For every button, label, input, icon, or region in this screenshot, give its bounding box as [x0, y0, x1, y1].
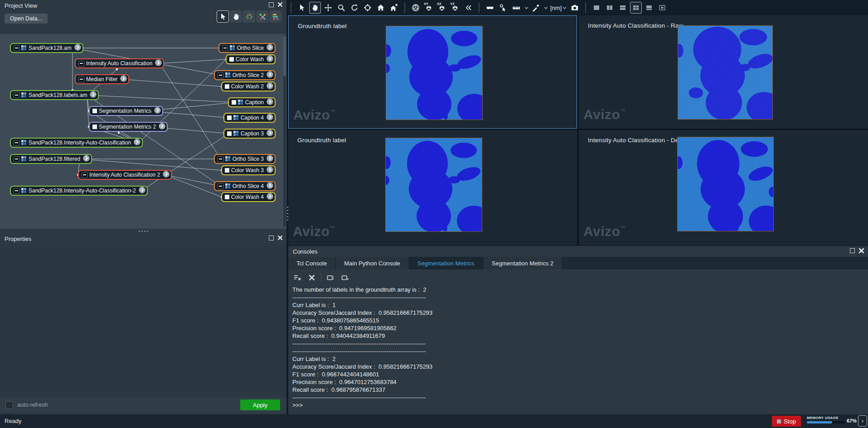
close-icon[interactable] [277, 2, 283, 7]
console-output[interactable]: The number of labels in the groundtruth … [292, 286, 432, 409]
graph-view-icon[interactable] [256, 10, 268, 23]
rotate-icon[interactable] [349, 2, 360, 14]
collapse-icon[interactable] [14, 140, 19, 146]
chevron-right-icon[interactable] [73, 44, 81, 52]
viewport-4[interactable]: Intensity Auto Classification - Denoised… [579, 130, 868, 245]
chevron-right-icon[interactable] [266, 114, 273, 122]
close-cross-icon[interactable] [306, 272, 317, 283]
viewport-3[interactable]: Groundtruth label Avizo™ [288, 130, 577, 245]
collapse-icon[interactable] [82, 172, 87, 178]
slice-image[interactable] [386, 26, 483, 120]
graph-node[interactable]: SandPack128.filtered [10, 154, 92, 164]
collapse-icon[interactable] [14, 156, 19, 162]
graph-node[interactable]: Caption 4 [223, 113, 276, 123]
chevron-right-icon[interactable] [138, 187, 145, 195]
chevron-right-icon[interactable] [266, 130, 273, 138]
collapse-icon[interactable] [14, 45, 19, 51]
viewport-extract-icon[interactable] [656, 2, 668, 14]
collapse-icon[interactable] [218, 183, 223, 189]
stop-button[interactable]: Stop [772, 416, 801, 427]
collapse-icon[interactable] [14, 92, 19, 98]
graph-scrollbar[interactable] [283, 35, 286, 227]
layout-single-icon[interactable] [591, 2, 602, 14]
chevron-right-icon[interactable] [133, 139, 141, 147]
graph-node[interactable]: SandPack128.Intensity-Auto-Classificatio… [10, 186, 148, 196]
console-tab-4[interactable]: Segmentation Metrics 2 [484, 257, 562, 269]
close-icon[interactable] [858, 248, 864, 254]
toolbar-drag-handle[interactable] [290, 3, 292, 13]
console-tab-1[interactable]: Tcl Console [288, 257, 335, 269]
expand-console-button[interactable] [858, 415, 867, 427]
view-perspective-icon[interactable] [410, 2, 422, 14]
chevron-right-icon[interactable] [154, 59, 162, 67]
graph-node[interactable]: Color Wash 4 [221, 192, 276, 202]
zoom-icon[interactable] [335, 2, 347, 14]
open-data-button[interactable]: Open Data... [5, 14, 48, 24]
close-icon[interactable] [277, 235, 283, 240]
chevron-right-icon[interactable] [266, 155, 273, 163]
graph-node[interactable]: Caption [228, 97, 276, 107]
home-icon[interactable] [375, 2, 387, 14]
chevron-right-icon[interactable] [162, 171, 170, 179]
graph-node[interactable]: Ortho Slice 4 [214, 181, 276, 191]
view-cube-icon[interactable]: YZ [449, 2, 461, 14]
chevron-right-icon[interactable] [89, 91, 97, 99]
float-console-icon[interactable] [325, 272, 336, 283]
auto-refresh-checkbox[interactable] [5, 401, 13, 409]
graph-node[interactable]: Color Wash [226, 54, 276, 64]
layout-two-columns-icon[interactable] [604, 2, 616, 14]
collapse-icon[interactable] [222, 45, 228, 51]
graph-node[interactable]: Ortho Slice 3 [214, 154, 276, 164]
slice-image[interactable] [385, 138, 482, 232]
clear-console-icon[interactable] [292, 272, 303, 283]
pick-cursor-icon[interactable] [497, 2, 509, 14]
graph-node[interactable]: Segmentation Metrics [89, 106, 163, 116]
stereo-glasses-icon[interactable] [484, 2, 496, 14]
graph-node[interactable]: Intensity Auto Classification 2 [78, 170, 172, 180]
view-cube-icon[interactable]: XY [423, 2, 435, 14]
maximize-icon[interactable] [269, 2, 274, 7]
select-arrow-icon[interactable] [296, 2, 308, 14]
eyedropper-icon[interactable] [530, 2, 542, 14]
chevron-right-icon[interactable] [266, 166, 273, 174]
graph-node[interactable]: Color Wash 3 [221, 165, 276, 175]
translate-icon[interactable] [322, 2, 334, 14]
slice-image[interactable] [677, 137, 774, 231]
graph-node[interactable]: SandPack128.labels.am [10, 90, 99, 100]
snapshot-camera-icon[interactable] [569, 2, 581, 14]
collapse-icon[interactable] [14, 188, 19, 194]
chevron-right-icon[interactable] [266, 193, 273, 201]
list-view-icon[interactable] [269, 10, 281, 23]
maximize-icon[interactable] [269, 236, 274, 240]
layout-four-icon[interactable] [630, 2, 642, 14]
graph-node[interactable]: SandPack128.Intensity-Auto-Classificatio… [10, 138, 143, 148]
collapse-left-icon[interactable] [462, 2, 474, 14]
viewport-1[interactable]: Groundtruth label Avizo™ [288, 15, 577, 129]
maximize-icon[interactable] [850, 248, 855, 253]
pointer-icon[interactable] [217, 10, 229, 23]
chevron-right-icon[interactable] [153, 107, 161, 115]
view-cube-icon[interactable]: XZ [436, 2, 448, 14]
trackball-icon[interactable] [362, 2, 373, 14]
chevron-right-icon[interactable] [266, 44, 273, 52]
chevron-right-icon[interactable] [119, 75, 127, 83]
console-tab-2[interactable]: Main Python Console [336, 257, 408, 269]
node-graph[interactable]: SandPack128.amIntensity Auto Classificat… [0, 34, 286, 229]
chevron-right-icon[interactable] [266, 55, 273, 63]
graph-node[interactable]: Ortho Slice 2 [214, 70, 276, 80]
chevron-down-icon[interactable] [524, 4, 529, 12]
measure-ruler-icon[interactable] [510, 2, 522, 14]
chevron-right-icon[interactable] [266, 82, 273, 91]
collapse-icon[interactable] [218, 72, 223, 78]
chevron-right-icon[interactable] [266, 98, 273, 106]
graph-node[interactable]: Caption 3 [223, 129, 276, 139]
layout-two-rows-icon[interactable] [617, 2, 629, 14]
collapse-icon[interactable] [218, 156, 223, 162]
chevron-right-icon[interactable] [158, 123, 165, 131]
dock-console-icon[interactable] [339, 272, 350, 283]
chevron-right-icon[interactable] [82, 155, 90, 163]
chevron-right-icon[interactable] [266, 71, 273, 79]
units-dropdown[interactable]: [nm] [549, 5, 567, 11]
console-tab-3[interactable]: Segmentation Metrics [409, 257, 483, 269]
set-home-icon[interactable] [388, 2, 400, 14]
